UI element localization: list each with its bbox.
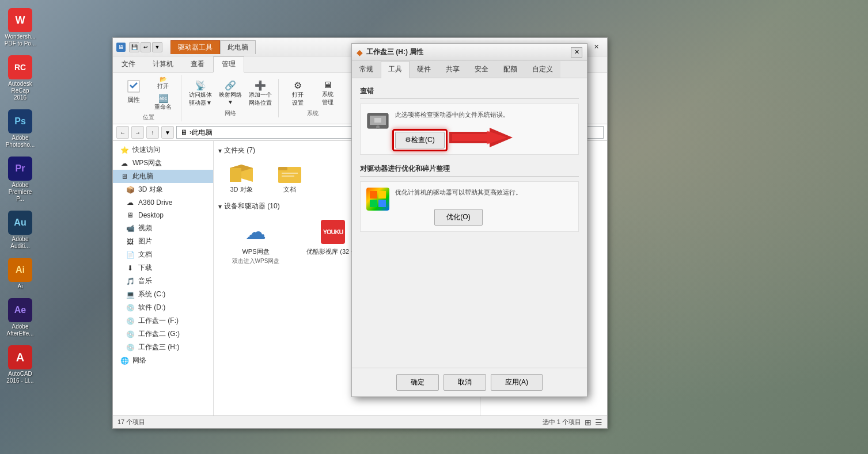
svg-rect-7 [282, 176, 294, 177]
downloads-icon: ⬇ [126, 264, 135, 273]
dialog-cancel-btn[interactable]: 取消 [444, 374, 486, 391]
check-button[interactable]: ⚙ 检查(C) [395, 132, 445, 148]
folders-collapse-icon[interactable]: ▾ [218, 147, 222, 155]
quick-save-btn[interactable]: 💾 [129, 42, 139, 52]
nav-recent-btn[interactable]: ▼ [161, 126, 174, 139]
dialog-apply-btn[interactable]: 应用(A) [491, 374, 543, 391]
ribbon-btn-map[interactable]: 🔗 映射网络 ▼ [216, 79, 245, 108]
dialog-tab-tools[interactable]: 工具 [381, 61, 410, 78]
nav-forward-btn[interactable]: → [131, 126, 144, 139]
view-list-icon[interactable]: ☰ [595, 418, 602, 427]
sidebar-item-a360[interactable]: ☁ A360 Drive [113, 196, 213, 209]
dialog-ok-btn[interactable]: 确定 [396, 374, 439, 391]
ribbon-btn-add-network[interactable]: ➕ 添加一个 网络位置 [246, 79, 275, 108]
video-icon: 📹 [126, 224, 135, 233]
desktop-icon-sidebar: 🖥 [126, 211, 135, 220]
ribbon-btn-rename[interactable]: 🔤 重命名 [149, 93, 177, 112]
ribbon-group-system: ⚙ 打开 设置 🖥 系统 管理 系统 [280, 79, 346, 117]
quick-dropdown-btn[interactable]: ▼ [152, 42, 162, 52]
sidebar-item-downloads[interactable]: ⬇ 下载 [113, 261, 213, 274]
settings-icon: ⚙ [294, 80, 302, 91]
sidebar-item-g[interactable]: 💿 工作盘二 (G:) [113, 327, 213, 341]
wps-cloud-device-icon: ☁ [242, 218, 270, 246]
media-icon: 📡 [195, 80, 206, 91]
sidebar-item-pictures[interactable]: 🖼 图片 [113, 235, 213, 248]
sidebar-item-docs[interactable]: 📄 文档 [113, 248, 213, 261]
dialog-tab-share[interactable]: 共享 [438, 61, 467, 78]
title-tab-tools[interactable]: 驱动器工具 [170, 40, 220, 54]
dialog-tab-custom[interactable]: 自定义 [525, 61, 560, 78]
svg-rect-18 [370, 200, 377, 207]
error-section-title: 查错 [360, 86, 579, 99]
close-btn[interactable]: ✕ [589, 41, 604, 53]
desktop-icon-aftereffects[interactable]: Ae AdobeAfterEffe... [3, 296, 37, 339]
check-icon: ⚙ [405, 136, 411, 144]
pictures-icon: 🖼 [126, 237, 135, 246]
sidebar-item-quick-access[interactable]: ⭐ 快速访问 [113, 143, 213, 157]
sidebar-item-video[interactable]: 📹 视频 [113, 222, 213, 235]
youku-icon: YOUKU [319, 218, 347, 246]
sidebar-item-d[interactable]: 💿 软件 (D:) [113, 301, 213, 314]
3d-icon: 📦 [126, 185, 135, 194]
ribbon-btn-properties[interactable]: 属性 [120, 75, 147, 112]
ribbon-tab-file[interactable]: 文件 [113, 56, 144, 72]
desktop-icon-autocad[interactable]: A AutoCAD2016 - Li... [3, 343, 37, 387]
desktop-icon-audition[interactable]: Au AdobeAuditi... [3, 208, 37, 252]
sidebar-item-h[interactable]: 💿 工作盘三 (H:) [113, 341, 213, 354]
drive-g-icon: 💿 [126, 330, 135, 339]
ribbon-btn-media[interactable]: 📡 访问媒体 驱动器▼ [186, 79, 215, 108]
nav-back-btn[interactable]: ← [116, 126, 129, 139]
dialog-tab-quota[interactable]: 配额 [496, 61, 525, 78]
explorer-title-icon: 🖥 [116, 43, 126, 52]
device-wps-cloud[interactable]: ☁ WPS网盘 双击进入WPS网盘 [218, 215, 293, 274]
ribbon-tab-computer[interactable]: 计算机 [144, 56, 182, 72]
ribbon-btn-open[interactable]: 📂 打开 [149, 75, 177, 91]
error-description: 此选项将检查驱动器中的文件系统错误。 [395, 110, 509, 120]
desktop-icon-premiere[interactable]: Pr AdobePremiere P... [3, 154, 37, 205]
title-tab-computer[interactable]: 此电脑 [220, 40, 256, 54]
dialog-title-bar: ◆ 工作盘三 (H:) 属性 ✕ [352, 44, 587, 61]
sidebar-item-this-pc[interactable]: 🖥 此电脑 [113, 170, 213, 183]
status-bar: 17 个项目 选中 1 个项目 ⊞ ☰ [113, 415, 607, 428]
sidebar-item-network[interactable]: 🌐 网络 [113, 354, 213, 367]
ribbon-btn-system-mgmt[interactable]: 🖥 系统 管理 [313, 79, 342, 108]
nav-up-btn[interactable]: ↑ [146, 126, 159, 139]
docs-icon: 📄 [126, 250, 135, 260]
devices-collapse-icon[interactable]: ▾ [218, 203, 222, 211]
sidebar-item-f[interactable]: 💿 工作盘一 (F:) [113, 314, 213, 327]
network-icon: 🌐 [120, 356, 129, 365]
sidebar-item-wps[interactable]: ☁ WPS网盘 [113, 157, 213, 170]
desktop-icon-wondershare[interactable]: W Wondersh...PDF to Po... [3, 6, 37, 49]
properties-icon [124, 77, 143, 96]
quick-undo-btn[interactable]: ↩ [141, 42, 151, 52]
dialog-tab-general[interactable]: 常规 [352, 61, 381, 78]
red-arrow [449, 123, 513, 152]
path-current: 此电脑 [192, 128, 213, 138]
dialog-tab-hardware[interactable]: 硬件 [410, 61, 438, 78]
desktop-icon-recap[interactable]: RC AutodeskReCap 2016 [3, 53, 37, 104]
sidebar-item-music[interactable]: 🎵 音乐 [113, 274, 213, 288]
map-icon: 🔗 [225, 80, 236, 91]
optimize-button[interactable]: 优化(O) [434, 209, 482, 226]
sidebar-item-3d[interactable]: 📦 3D 对象 [113, 183, 213, 196]
folder-item-docs[interactable]: 文档 [267, 159, 313, 196]
ribbon-btn-open-settings[interactable]: ⚙ 打开 设置 [283, 79, 312, 108]
dialog-title-text: 工作盘三 (H:) 属性 [366, 47, 567, 57]
desktop-icon-illustrator[interactable]: Ai Ai [3, 255, 37, 292]
dialog-tab-security[interactable]: 安全 [467, 61, 496, 78]
quick-access-icon: ⭐ [120, 146, 129, 155]
sidebar-item-c[interactable]: 💻 系统 (C:) [113, 288, 213, 301]
optimize-section-title: 对驱动器进行优化和碎片整理 [360, 164, 579, 177]
ribbon-tab-view[interactable]: 查看 [182, 56, 213, 72]
dialog-close-btn[interactable]: ✕ [571, 47, 582, 58]
folder-item-3d[interactable]: 3D 对象 [218, 159, 264, 196]
error-section-body: 此选项将检查驱动器中的文件系统错误。 ⚙ 检查(C) [360, 104, 579, 155]
add-network-icon: ➕ [255, 80, 266, 91]
view-toggle-icon[interactable]: ⊞ [585, 418, 592, 427]
drive-c-icon: 💻 [126, 290, 135, 299]
desktop-icon-photoshop[interactable]: Ps AdobePhotosho... [3, 107, 37, 151]
optimize-icon [366, 188, 389, 211]
ribbon-tab-manage[interactable]: 管理 [213, 56, 244, 73]
sidebar-item-desktop[interactable]: 🖥 Desktop [113, 209, 213, 222]
optimize-section-body: 优化计算机的驱动器可以帮助其更高效运行。 优化(O) [360, 181, 579, 232]
